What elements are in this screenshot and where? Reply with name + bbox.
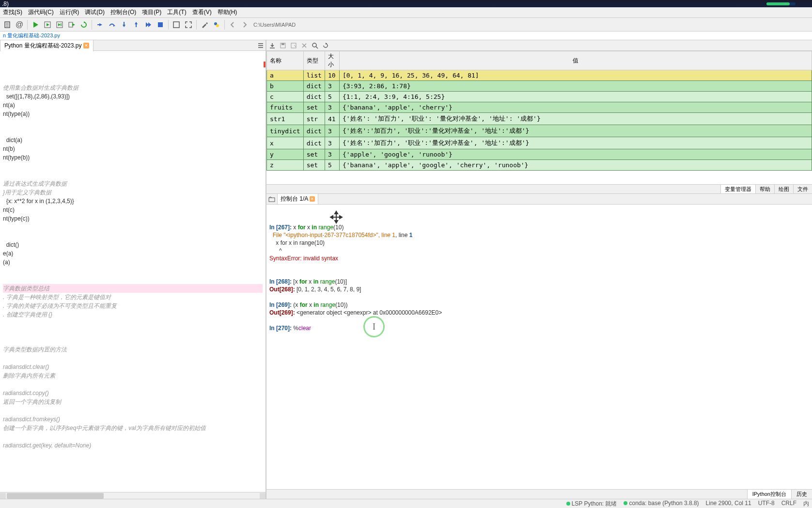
menu-tools[interactable]: 工具(T) [164, 7, 189, 18]
variable-row[interactable]: xdict3{'姓名':'加百力', '职业':'量化对冲基金', '地址':'… [267, 137, 812, 149]
variable-cell: 3 [325, 102, 339, 113]
search-icon[interactable] [311, 42, 319, 49]
variable-cell: 3 [325, 137, 339, 149]
save-as-icon[interactable] [290, 42, 297, 49]
variable-row[interactable]: tinydictdict3{'姓名':'加百力', '职业':'量化对冲基金',… [267, 125, 812, 137]
tab-plot[interactable]: 绘图 [774, 185, 793, 193]
variable-cell: dict [303, 125, 325, 137]
code-line [3, 328, 263, 336]
step-over-button[interactable] [107, 19, 117, 30]
hamburger-icon[interactable] [256, 41, 265, 50]
console-tab[interactable]: 控制台 1/A ✕ [277, 193, 318, 205]
ipython-console[interactable]: In [267]: x for x in range(10) File "<ip… [266, 205, 812, 489]
tab-ipython-console[interactable]: IPython控制台 [747, 490, 791, 499]
col-name[interactable]: 名称 [267, 51, 304, 70]
col-size[interactable]: 大小 [325, 51, 339, 70]
new-file-button[interactable] [2, 19, 13, 30]
code-line: radiansdict.get(key, default=None) [3, 441, 263, 450]
file-tab[interactable]: n 量化编程基础-2023.py [0, 32, 63, 40]
step-out-button[interactable] [131, 19, 141, 30]
code-line [3, 267, 263, 275]
menu-help[interactable]: 帮助(H) [215, 7, 240, 18]
refresh-icon[interactable] [322, 42, 329, 49]
svg-rect-23 [173, 22, 179, 28]
browse-icon[interactable] [268, 196, 275, 203]
variable-toolbar [266, 40, 812, 51]
console-pane: 控制台 1/A ✕ In [267]: x for x in range(10)… [266, 194, 812, 499]
python-path-button[interactable] [211, 19, 222, 30]
tab-files[interactable]: 文件 [793, 185, 812, 193]
maximize-button[interactable] [171, 19, 182, 30]
menu-source[interactable]: 源代码(C) [25, 7, 57, 18]
menu-view[interactable]: 查看(V) [189, 7, 215, 18]
variable-cell: 5 [325, 160, 339, 171]
code-line: . 字典是一种映射类型，它的元素是键值对 [3, 293, 263, 302]
variable-cell: 41 [325, 113, 339, 125]
scroll-left-icon[interactable] [0, 493, 6, 499]
variable-row[interactable]: fruitsset3{'banana', 'apple', 'cherry'} [267, 102, 812, 113]
code-line [3, 171, 263, 179]
col-value[interactable]: 值 [339, 51, 812, 70]
variable-row[interactable]: bdict3{3:93, 2:86, 1:78} [267, 81, 812, 92]
variable-row[interactable]: yset3{'apple', 'google', 'runoob'} [267, 149, 812, 160]
svg-rect-22 [158, 22, 163, 27]
editor-tab[interactable]: Python 量化编程基础-2023.py ✕ [0, 40, 94, 51]
rerun-button[interactable] [78, 19, 89, 30]
code-line: 删除字典内所有元素 [3, 371, 263, 380]
menu-debug[interactable]: 调试(D) [82, 7, 108, 18]
variable-row[interactable]: str1str41{'姓名': '加百力', '职业': '量化对冲基金', '… [267, 113, 812, 125]
editor-tab-bar: Python 量化编程基础-2023.py ✕ [0, 40, 265, 51]
back-button[interactable] [227, 19, 238, 30]
run-cell-button[interactable] [42, 19, 53, 30]
variable-cell: str1 [267, 113, 304, 125]
editor-hscrollbar[interactable] [0, 492, 265, 499]
menu-run[interactable]: 运行(R) [57, 7, 82, 18]
at-button[interactable]: @ [14, 19, 25, 30]
variable-row[interactable]: alist10[0, 1, 4, 9, 16, 25, 36, 49, 64, … [267, 70, 812, 81]
code-line: set([(1,78),(2,86),(3,93)]) [3, 92, 263, 101]
step-into-button[interactable] [119, 19, 129, 30]
scroll-right-icon[interactable] [260, 493, 265, 499]
svg-marker-19 [135, 22, 138, 24]
code-line [3, 380, 263, 389]
debug-button[interactable] [94, 19, 105, 30]
stop-button[interactable] [155, 19, 166, 30]
variable-cell: {'姓名':'加百力', '职业':'量化对冲基金', '地址':'成都'} [339, 125, 812, 137]
svg-rect-31 [291, 43, 296, 48]
status-bar: LSP Python: 就绪 conda: base (Python 3.8.8… [0, 499, 812, 508]
variable-cell: set [303, 160, 325, 171]
code-line: 返回一个字典的浅复制 [3, 397, 263, 406]
import-icon[interactable] [268, 42, 276, 49]
variable-cell: tinydict [267, 125, 304, 137]
variable-cell: x [267, 137, 304, 149]
save-icon[interactable] [279, 42, 287, 49]
variable-row[interactable]: cdict5{1:1, 2:4, 3:9, 4:16, 5:25} [267, 92, 812, 102]
menu-project[interactable]: 项目(P) [139, 7, 164, 18]
variable-row[interactable]: zset5{'banana', 'apple', 'google', 'cher… [267, 160, 812, 171]
menu-console[interactable]: 控制台(O) [108, 7, 139, 18]
variable-cell: {'banana', 'apple', 'google', 'cherry', … [339, 160, 812, 171]
menu-find[interactable]: 查找(S) [0, 7, 25, 18]
code-line: radiansdict.clear() [3, 363, 263, 371]
col-type[interactable]: 类型 [303, 51, 325, 70]
tab-history[interactable]: 历史 [791, 490, 812, 499]
run-cell-advance-button[interactable] [54, 19, 65, 30]
close-icon[interactable]: ✕ [83, 43, 89, 48]
svg-marker-4 [33, 22, 38, 28]
variable-cell: z [267, 160, 304, 171]
forward-button[interactable] [239, 19, 250, 30]
code-editor[interactable]: 使用集合数据对生成字典数据 set([(1,78),(2,86),(3,93)]… [0, 51, 265, 492]
close-icon[interactable]: ✕ [310, 196, 315, 202]
code-line [3, 232, 263, 240]
run-button[interactable] [30, 19, 41, 30]
remove-icon[interactable] [300, 42, 308, 49]
preferences-button[interactable] [199, 19, 210, 30]
scroll-thumb[interactable] [7, 493, 104, 499]
tab-variable-explorer[interactable]: 变量管理器 [720, 185, 755, 193]
run-selection-button[interactable] [66, 19, 77, 30]
in-prompt-267: In [267]: [269, 224, 292, 231]
continue-button[interactable] [143, 19, 154, 30]
variable-cell: {3:93, 2:86, 1:78} [339, 81, 812, 92]
tab-help[interactable]: 帮助 [755, 185, 774, 193]
fullscreen-button[interactable] [183, 19, 194, 30]
